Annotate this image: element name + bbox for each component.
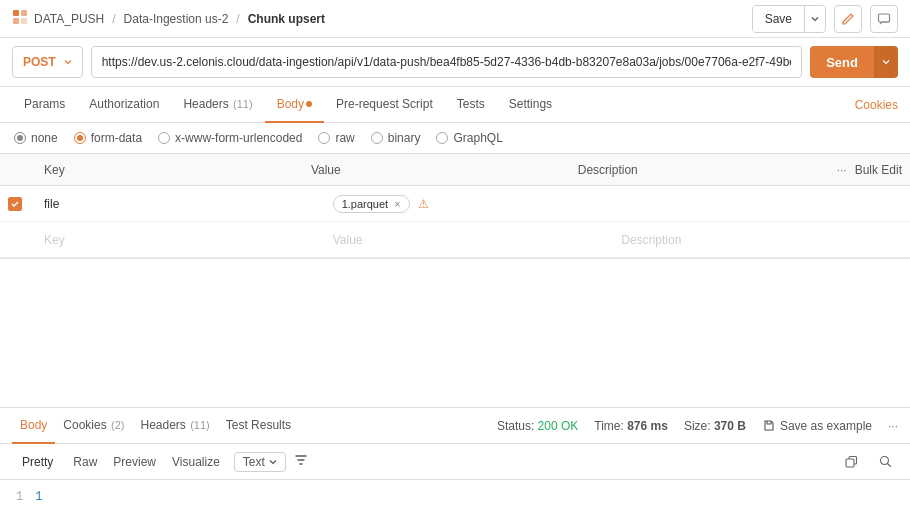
radio-form-data[interactable]: form-data xyxy=(74,131,142,145)
radio-raw-dot xyxy=(318,132,330,144)
edit-icon-button[interactable] xyxy=(834,5,862,33)
save-as-label: Save as example xyxy=(780,419,872,433)
th-desc: Description xyxy=(570,163,837,177)
resp-format-visualize[interactable]: Visualize xyxy=(166,451,226,473)
resp-format-pretty[interactable]: Pretty xyxy=(12,451,63,473)
table-row: file 1.parquet × ⚠ xyxy=(0,186,910,222)
response-body: 11 xyxy=(0,480,910,514)
save-as-example[interactable]: Save as example xyxy=(762,419,872,433)
checkbox-checked[interactable] xyxy=(8,197,22,211)
resp-actions xyxy=(838,449,898,475)
save-button-group: Save xyxy=(752,5,826,33)
svg-rect-4 xyxy=(879,14,890,22)
resp-language-select[interactable]: Text xyxy=(234,452,286,472)
bulk-edit-button[interactable]: Bulk Edit xyxy=(855,163,902,177)
cookies-link[interactable]: Cookies xyxy=(855,98,898,112)
response-more-button[interactable]: ··· xyxy=(888,419,898,433)
radio-binary[interactable]: binary xyxy=(371,131,421,145)
svg-rect-3 xyxy=(21,18,27,24)
response-tabs: Body Cookies (2) Headers (11) Test Resul… xyxy=(0,408,910,444)
row-value-file[interactable]: 1.parquet × ⚠ xyxy=(325,195,614,213)
save-caret-button[interactable] xyxy=(804,6,825,32)
warning-icon: ⚠ xyxy=(418,197,429,211)
method-select[interactable]: POST xyxy=(12,46,83,78)
resp-tab-test-results[interactable]: Test Results xyxy=(218,408,299,444)
row-key-file[interactable]: file xyxy=(36,197,325,211)
tab-pre-request[interactable]: Pre-request Script xyxy=(324,87,445,123)
resp-tab-body[interactable]: Body xyxy=(12,408,55,444)
radio-raw[interactable]: raw xyxy=(318,131,354,145)
radio-binary-dot xyxy=(371,132,383,144)
size-label: Size: 370 B xyxy=(684,419,746,433)
status-label: Status: 200 OK xyxy=(497,419,578,433)
tab-params[interactable]: Params xyxy=(12,87,77,123)
filter-icon[interactable] xyxy=(294,453,308,470)
svg-rect-5 xyxy=(846,459,854,467)
resp-language-label: Text xyxy=(243,455,265,469)
tab-tests[interactable]: Tests xyxy=(445,87,497,123)
breadcrumb-data-push[interactable]: DATA_PUSH xyxy=(34,12,104,26)
save-main-button[interactable]: Save xyxy=(753,6,804,32)
status-code: 200 OK xyxy=(538,419,579,433)
tab-authorization[interactable]: Authorization xyxy=(77,87,171,123)
empty-value-input[interactable]: Value xyxy=(325,233,614,247)
send-caret-button[interactable] xyxy=(874,46,898,78)
send-button-group: Send xyxy=(810,46,898,78)
breadcrumb-ingestion[interactable]: Data-Ingestion us-2 xyxy=(124,12,229,26)
radio-graphql-dot xyxy=(436,132,448,144)
breadcrumb-sep-2: / xyxy=(236,12,239,26)
resp-format-preview[interactable]: Preview xyxy=(107,451,162,473)
resp-tab-cookies[interactable]: Cookies (2) xyxy=(55,408,132,444)
response-toolbar: Pretty Raw Preview Visualize Text xyxy=(0,444,910,480)
svg-rect-0 xyxy=(13,10,19,16)
resp-tab-headers[interactable]: Headers (11) xyxy=(133,408,218,444)
tab-body[interactable]: Body xyxy=(265,87,324,123)
empty-desc-input[interactable]: Description xyxy=(613,233,902,247)
table-header: Key Value Description ··· Bulk Edit xyxy=(0,154,910,186)
radio-graphql[interactable]: GraphQL xyxy=(436,131,502,145)
file-tag-label: 1.parquet xyxy=(342,198,388,210)
comment-icon-button[interactable] xyxy=(870,5,898,33)
request-tabs: Params Authorization Headers (11) Body P… xyxy=(0,87,910,123)
url-input[interactable] xyxy=(91,46,803,78)
resp-format-raw[interactable]: Raw xyxy=(67,451,103,473)
body-type-bar: none form-data x-www-form-urlencoded raw… xyxy=(0,123,910,154)
tab-settings[interactable]: Settings xyxy=(497,87,564,123)
radio-urlencoded-dot xyxy=(158,132,170,144)
row-checkbox-file[interactable] xyxy=(8,197,36,211)
time-label: Time: 876 ms xyxy=(594,419,668,433)
breadcrumb: DATA_PUSH / Data-Ingestion us-2 / Chunk … xyxy=(12,9,325,28)
app-logo xyxy=(12,9,28,28)
svg-rect-1 xyxy=(21,10,27,16)
search-response-button[interactable] xyxy=(872,449,898,475)
file-tag: 1.parquet × xyxy=(333,195,410,213)
top-bar: DATA_PUSH / Data-Ingestion us-2 / Chunk … xyxy=(0,0,910,38)
empty-table-row: Key Value Description xyxy=(0,222,910,258)
table-more-button[interactable]: ··· xyxy=(837,163,847,177)
radio-none[interactable]: none xyxy=(14,131,58,145)
breadcrumb-chunk-upsert: Chunk upsert xyxy=(248,12,325,26)
response-panel: Body Cookies (2) Headers (11) Test Resul… xyxy=(0,407,910,514)
tab-headers[interactable]: Headers (11) xyxy=(171,87,264,123)
breadcrumb-sep-1: / xyxy=(112,12,115,26)
empty-key-input[interactable]: Key xyxy=(36,233,325,247)
method-label: POST xyxy=(23,55,56,69)
send-button[interactable]: Send xyxy=(810,46,874,78)
svg-rect-2 xyxy=(13,18,19,24)
th-actions: ··· Bulk Edit xyxy=(837,163,902,177)
params-table: Key Value Description ··· Bulk Edit file… xyxy=(0,154,910,259)
copy-response-button[interactable] xyxy=(838,449,864,475)
th-value: Value xyxy=(303,163,570,177)
radio-none-dot xyxy=(14,132,26,144)
status-area: Status: 200 OK Time: 876 ms Size: 370 B … xyxy=(497,419,898,433)
top-bar-actions: Save xyxy=(752,5,898,33)
th-key: Key xyxy=(36,163,303,177)
code-line-1-value: 1 xyxy=(35,490,42,504)
radio-form-data-dot xyxy=(74,132,86,144)
file-tag-remove[interactable]: × xyxy=(394,198,400,210)
radio-urlencoded[interactable]: x-www-form-urlencoded xyxy=(158,131,302,145)
line-number-1: 1 xyxy=(16,490,23,504)
url-bar: POST Send xyxy=(0,38,910,87)
